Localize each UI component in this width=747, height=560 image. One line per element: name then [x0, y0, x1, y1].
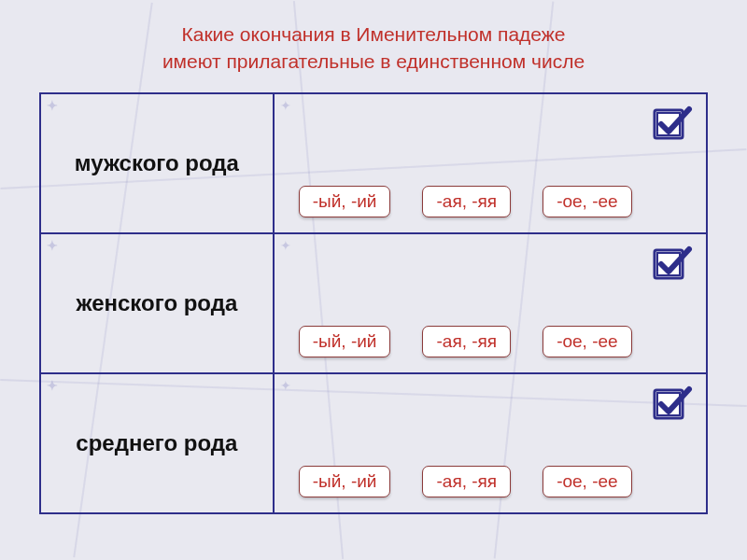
checkbox-icon: [652, 105, 693, 141]
option-button[interactable]: -ая, -яя: [422, 186, 511, 217]
checkbox-icon: [652, 245, 693, 281]
endings-table: ✦ мужского рода ✦ -ый, -ий -ая, -яя -ое,…: [39, 92, 708, 514]
star-icon: ✦: [47, 378, 58, 393]
checkbox-icon: [652, 385, 693, 421]
option-button[interactable]: -ый, -ий: [299, 186, 391, 217]
checkbox-neut[interactable]: [652, 385, 693, 421]
table-row: ✦ мужского рода ✦ -ый, -ий -ая, -яя -ое,…: [40, 93, 707, 233]
row-label-masc: ✦ мужского рода: [40, 93, 274, 233]
option-button[interactable]: -ый, -ий: [299, 326, 391, 357]
star-icon: ✦: [280, 378, 291, 393]
question-line2: имеют прилагательные в единственном числ…: [162, 50, 585, 72]
checkbox-masc[interactable]: [652, 105, 693, 141]
row-label-neut: ✦ среднего рода: [40, 373, 274, 513]
question-text: Какие окончания в Именительном падеже им…: [0, 0, 747, 76]
star-icon: ✦: [47, 238, 58, 253]
question-line1: Какие окончания в Именительном падеже: [182, 23, 566, 45]
row-label-fem: ✦ женского рода: [40, 233, 274, 373]
row-options-neut: ✦ -ый, -ий -ая, -яя -ое, -ее: [274, 373, 707, 513]
table-row: ✦ женского рода ✦ -ый, -ий -ая, -яя -ое,…: [40, 233, 707, 373]
star-icon: ✦: [47, 98, 58, 113]
option-button[interactable]: -ая, -яя: [422, 326, 511, 357]
row-options-masc: ✦ -ый, -ий -ая, -яя -ое, -ее: [274, 93, 707, 233]
option-button[interactable]: -ое, -ее: [543, 186, 631, 217]
row-options-fem: ✦ -ый, -ий -ая, -яя -ое, -ее: [274, 233, 707, 373]
star-icon: ✦: [280, 238, 291, 253]
option-button[interactable]: -ое, -ее: [543, 326, 631, 357]
option-button[interactable]: -ый, -ий: [299, 466, 391, 497]
option-button[interactable]: -ое, -ее: [543, 466, 631, 497]
checkbox-fem[interactable]: [652, 245, 693, 281]
table-row: ✦ среднего рода ✦ -ый, -ий -ая, -яя -ое,…: [40, 373, 707, 513]
star-icon: ✦: [280, 98, 291, 113]
option-button[interactable]: -ая, -яя: [422, 466, 511, 497]
